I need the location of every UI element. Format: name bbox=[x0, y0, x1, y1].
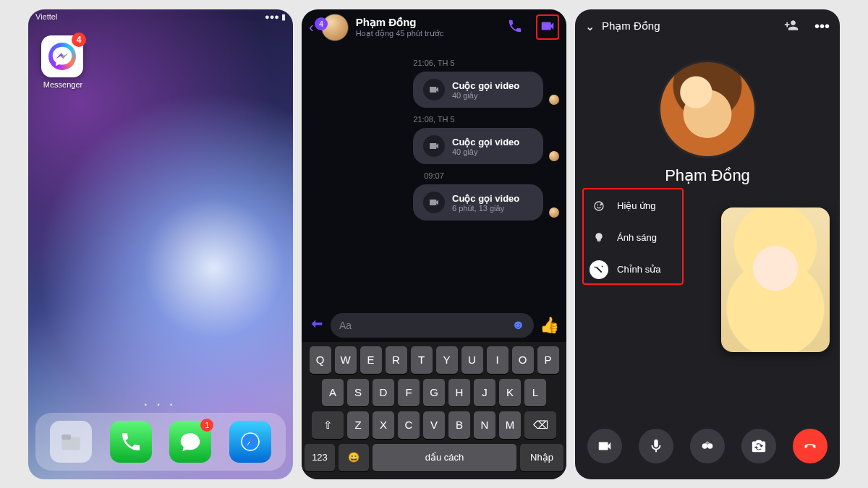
key[interactable]: Y bbox=[436, 346, 458, 374]
end-call-button[interactable] bbox=[793, 429, 827, 463]
dock-messages-icon[interactable]: 1 bbox=[169, 421, 211, 463]
key[interactable]: 😀 bbox=[339, 444, 369, 471]
option-label: Hiệu ứng bbox=[617, 200, 656, 211]
lighting-option[interactable]: Ánh sáng bbox=[590, 228, 676, 247]
key[interactable]: X bbox=[373, 411, 394, 439]
key[interactable]: J bbox=[474, 379, 495, 406]
call-log-bubble[interactable]: Cuộc gọi video40 giây bbox=[413, 72, 543, 108]
call-effects-button[interactable] bbox=[690, 429, 725, 463]
key[interactable]: Q bbox=[310, 346, 331, 374]
video-icon bbox=[423, 79, 445, 100]
self-view[interactable] bbox=[721, 207, 830, 352]
dock-safari-icon[interactable] bbox=[229, 421, 271, 463]
call-contact-name: Phạm Đồng bbox=[602, 20, 660, 33]
timestamp: 21:06, TH 5 bbox=[309, 59, 559, 67]
key[interactable]: Z bbox=[347, 411, 369, 439]
key[interactable]: N bbox=[474, 411, 495, 439]
key[interactable]: S bbox=[347, 379, 369, 406]
messenger-tile[interactable]: 4 bbox=[41, 35, 83, 77]
home-screen: Viettel ●●● ▮ 4 Messenger • • • 1 bbox=[28, 9, 293, 479]
page-indicator[interactable]: • • • bbox=[28, 401, 293, 413]
key[interactable]: L bbox=[524, 379, 546, 406]
add-participant-button[interactable] bbox=[784, 18, 799, 35]
key[interactable]: H bbox=[448, 379, 470, 406]
key[interactable]: D bbox=[373, 379, 394, 406]
messenger-label: Messenger bbox=[41, 80, 85, 89]
key[interactable]: M bbox=[499, 411, 521, 439]
dock: 1 bbox=[35, 413, 286, 471]
message-thread[interactable]: 21:06, TH 5 Cuộc gọi video40 giây 21:08,… bbox=[302, 47, 566, 309]
key[interactable]: E bbox=[360, 346, 382, 374]
video-call-screen: ⌄ Phạm Đồng ••• Phạm Đồng Hiệu ứng Ánh s… bbox=[575, 9, 840, 479]
key[interactable]: T bbox=[411, 346, 433, 374]
key[interactable]: U bbox=[461, 346, 483, 374]
message-composer: Aa ☻ 👍 bbox=[302, 309, 566, 342]
edit-option[interactable]: Chỉnh sửa bbox=[590, 260, 676, 279]
call-controls bbox=[575, 421, 840, 479]
video-call-button[interactable] bbox=[536, 14, 559, 40]
emoji-button[interactable]: ☻ bbox=[511, 317, 525, 333]
more-actions-button[interactable] bbox=[309, 316, 325, 334]
call-log-bubble[interactable]: Cuộc gọi video6 phút, 13 giây bbox=[413, 184, 543, 221]
svg-point-4 bbox=[595, 202, 603, 210]
messenger-app-icon[interactable]: 4 Messenger bbox=[41, 35, 85, 89]
call-top-bar: ⌄ Phạm Đồng ••• bbox=[575, 9, 840, 43]
key[interactable]: Nhập bbox=[520, 444, 563, 471]
key[interactable]: dấu cách bbox=[373, 444, 516, 471]
key[interactable]: O bbox=[512, 346, 534, 374]
key[interactable]: ⇧ bbox=[312, 411, 344, 439]
svg-point-5 bbox=[597, 204, 598, 205]
header-titles[interactable]: Phạm Đồng Hoạt động 45 phút trước bbox=[356, 16, 444, 38]
call-title: Cuộc gọi video bbox=[452, 193, 519, 204]
messenger-badge: 4 bbox=[72, 33, 86, 47]
key[interactable]: ⌫ bbox=[524, 411, 556, 439]
timestamp: 21:08, TH 5 bbox=[309, 115, 559, 124]
option-label: Chỉnh sửa bbox=[617, 264, 660, 275]
key[interactable]: F bbox=[398, 379, 420, 406]
key[interactable]: R bbox=[386, 346, 407, 374]
toggle-video-button[interactable] bbox=[587, 429, 622, 463]
seen-indicator bbox=[549, 207, 559, 218]
key[interactable]: A bbox=[322, 379, 344, 406]
video-icon bbox=[423, 192, 445, 213]
remote-name: Phạm Đồng bbox=[665, 166, 750, 185]
keyboard: QWERTYUIOP ASDFGHJKL ⇧ZXCVBNM⌫ 123😀dấu c… bbox=[302, 342, 566, 479]
minimize-button[interactable]: ⌄ bbox=[585, 20, 595, 33]
back-button[interactable]: ‹ 4 bbox=[309, 19, 314, 35]
key[interactable]: K bbox=[499, 379, 521, 406]
call-more-button[interactable]: ••• bbox=[814, 18, 830, 35]
key[interactable]: B bbox=[448, 411, 470, 439]
chevron-left-icon: ‹ bbox=[309, 19, 314, 35]
seen-indicator bbox=[549, 151, 559, 161]
key[interactable]: I bbox=[487, 346, 509, 374]
wand-icon bbox=[590, 260, 608, 279]
chat-header: ‹ 4 Phạm Đồng Hoạt động 45 phút trước bbox=[302, 9, 566, 47]
key[interactable]: P bbox=[537, 346, 559, 374]
dock-phone-icon[interactable] bbox=[110, 421, 152, 463]
flip-camera-button[interactable] bbox=[741, 429, 776, 463]
call-body: Phạm Đồng Hiệu ứng Ánh sáng Chỉnh sửa bbox=[575, 43, 840, 421]
chat-screen: ‹ 4 Phạm Đồng Hoạt động 45 phút trước 21… bbox=[302, 9, 566, 479]
key[interactable]: G bbox=[423, 379, 445, 406]
key[interactable]: V bbox=[423, 411, 445, 439]
audio-call-button[interactable] bbox=[507, 18, 523, 36]
toggle-mic-button[interactable] bbox=[639, 429, 673, 463]
bulb-icon bbox=[590, 228, 608, 247]
key[interactable]: 123 bbox=[305, 444, 335, 471]
carrier-label: Viettel bbox=[35, 12, 57, 25]
keyboard-row-4: 123😀dấu cáchNhập bbox=[305, 444, 563, 471]
svg-rect-1 bbox=[62, 435, 72, 440]
effects-option[interactable]: Hiệu ứng bbox=[590, 197, 676, 215]
dock-files-icon[interactable] bbox=[50, 421, 92, 463]
key[interactable]: C bbox=[398, 411, 420, 439]
like-button[interactable]: 👍 bbox=[540, 316, 559, 335]
message-input[interactable]: Aa ☻ bbox=[331, 313, 534, 338]
call-duration: 6 phút, 13 giây bbox=[452, 204, 519, 213]
call-log-bubble[interactable]: Cuộc gọi video40 giây bbox=[413, 128, 543, 164]
call-title: Cuộc gọi video bbox=[452, 137, 519, 147]
video-icon bbox=[423, 135, 445, 157]
status-bar: Viettel ●●● ▮ bbox=[28, 9, 293, 25]
unread-count-badge: 4 bbox=[315, 17, 328, 30]
key[interactable]: W bbox=[335, 346, 357, 374]
svg-point-9 bbox=[705, 441, 710, 445]
